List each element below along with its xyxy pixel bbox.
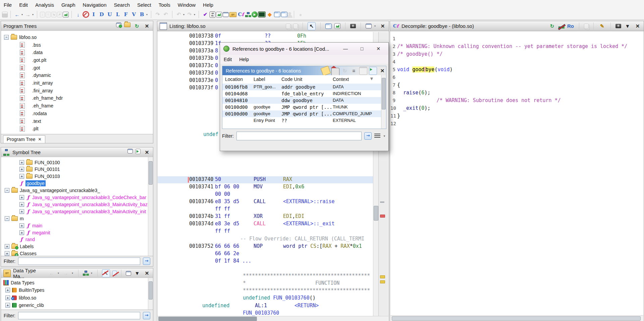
listing-field[interactable]: 50 <box>215 176 221 182</box>
listing-field[interactable]: 0 <box>215 70 218 76</box>
expander-icon[interactable]: + <box>19 195 24 200</box>
listing-row[interactable]: 00103746e8 35 d5CALL<EXTERNAL>::raise <box>158 198 373 205</box>
decompile-line[interactable]: 4 <box>390 58 643 65</box>
tree-item-section[interactable]: .got <box>1 64 148 71</box>
decompile-line[interactable]: 10 _exit(0); <box>390 104 643 112</box>
person-icon[interactable] <box>288 12 291 15</box>
reference-row[interactable]: 00100d00goodbyeJMP qword ptr [...THUNK <box>222 104 381 110</box>
reference-row[interactable]: 00106fb8PTR_goo...addr goodbyeDATA <box>222 84 381 90</box>
listing-row[interactable]: 001037380f??0Fh <box>158 33 373 40</box>
references-filter-input[interactable] <box>236 132 362 140</box>
listing-field[interactable]: * <box>243 280 246 286</box>
listing-field[interactable]: word ptr CS:[RAX + RAX*0x1 <box>283 243 362 249</box>
chevron-down-icon[interactable]: ▾ <box>194 13 195 16</box>
forward-arrow-icon[interactable]: → <box>24 11 32 18</box>
decompile-line[interactable]: 5void goodbye(void) <box>390 65 643 73</box>
symbol-tree-item[interactable]: +FUN_00100 <box>1 159 148 166</box>
menu-edit[interactable]: Edit <box>15 0 32 9</box>
expander-icon[interactable]: + <box>5 295 10 300</box>
org-tree-icon[interactable] <box>83 271 89 276</box>
close-icon[interactable]: ✕ <box>634 22 641 30</box>
close-icon[interactable]: ✕ <box>143 149 151 156</box>
expander-icon[interactable]: + <box>5 244 9 249</box>
listing-field[interactable]: 00103738 <box>189 33 213 39</box>
letter-I-icon[interactable]: I <box>90 11 97 18</box>
listing-field[interactable]: e8 35 d5 <box>215 198 239 204</box>
clear-code-icon[interactable] <box>83 11 89 18</box>
listing-field[interactable]: undefined <box>202 303 229 309</box>
listing-row[interactable]: ****************************************… <box>158 287 373 294</box>
listing-field[interactable]: NOP <box>254 243 263 249</box>
listing-field[interactable]: 31 ff <box>215 213 230 219</box>
pointer-filter-off-icon[interactable]: ↖ <box>102 269 110 277</box>
bookmark-nav-icon[interactable] <box>369 67 377 75</box>
expander-icon[interactable]: − <box>5 188 9 193</box>
tab-close-icon[interactable]: ✕ <box>38 137 42 142</box>
graph-diamond-icon[interactable]: ◆ <box>266 11 273 18</box>
listing-row[interactable]: undefinedAL:1<RETURN> <box>158 303 373 310</box>
import-file-icon[interactable]: ↘ <box>51 12 56 17</box>
dtm-scrollbar[interactable] <box>148 278 153 310</box>
listing-row[interactable]: 0010374b31 ffXOREDI,EDI <box>158 213 373 220</box>
decompile-line[interactable]: 9 /* WARNING: Subroutine does not return… <box>390 96 643 104</box>
references-table-header[interactable]: Location Label Code Unit Context ▼ <box>222 75 381 84</box>
tree-item-section[interactable]: .eh_frame_hdr <box>1 95 148 102</box>
chevron-down-icon[interactable]: ▾ <box>32 13 34 16</box>
letter-D-icon[interactable]: D <box>98 11 105 18</box>
dtm-filter-input[interactable] <box>18 312 140 319</box>
expander-icon[interactable]: − <box>5 216 9 221</box>
script-manager-icon[interactable] <box>223 12 229 17</box>
letter-L-icon[interactable]: L <box>114 11 121 18</box>
menu-lines-icon[interactable]: ≡ <box>350 67 358 75</box>
filter-options-icon[interactable]: → <box>143 258 150 265</box>
expander-icon[interactable]: + <box>5 303 10 308</box>
column-context[interactable]: Context <box>333 77 349 82</box>
listing-hscrollbar[interactable] <box>158 316 388 321</box>
decompile-content[interactable]: 12/* WARNING: Unknown calling convention… <box>390 32 643 315</box>
decompile-line[interactable]: 6 <box>390 73 643 81</box>
listing-display-icon[interactable] <box>366 24 372 29</box>
expander-icon[interactable]: + <box>19 209 24 214</box>
close-icon[interactable]: ✕ <box>372 44 385 53</box>
expander-icon[interactable]: + <box>19 230 24 235</box>
red-marker[interactable] <box>380 215 385 218</box>
letter-V-icon[interactable]: V <box>130 11 138 18</box>
symbol-tree-item[interactable]: ƒgoodbye <box>1 180 148 187</box>
tree-item-section[interactable]: .got.plt <box>1 56 148 63</box>
listing-field[interactable]: <RETURN> <box>294 303 319 309</box>
dropdown-icon[interactable]: ▼ <box>133 270 141 277</box>
filter-funnel-icon[interactable]: ▼ <box>369 76 374 81</box>
expander-icon[interactable]: + <box>19 167 24 172</box>
expander-icon[interactable]: + <box>5 251 9 256</box>
close-icon[interactable]: ✕ <box>379 67 386 75</box>
decompile-hscrollbar[interactable] <box>390 315 643 321</box>
cf-functions-icon[interactable]: Cf <box>237 11 245 18</box>
tree-item-section[interactable]: .init_array <box>1 80 148 87</box>
listing-field[interactable]: 66 66 66 <box>215 243 239 249</box>
listing-field[interactable]: 0 <box>215 55 218 61</box>
symbol-tree-scrollbar[interactable] <box>148 157 153 256</box>
chevron-down-icon[interactable]: ▾ <box>146 13 148 16</box>
filter-options-icon[interactable]: → <box>364 132 372 140</box>
redo-icon[interactable]: ↷ <box>186 11 193 18</box>
chevron-down-icon[interactable]: ▼ <box>383 135 386 138</box>
undo-icon[interactable]: ↶ <box>175 11 182 18</box>
minimize-icon[interactable]: — <box>339 44 352 53</box>
snapshot-camera-icon[interactable] <box>350 24 356 28</box>
expander-icon[interactable]: + <box>19 160 24 165</box>
listing-field[interactable]: EDI,0x6 <box>283 184 304 190</box>
listing-row[interactable]: 00 00 <box>158 191 373 198</box>
symbol-tree-item[interactable]: +ƒJava_sg_vantagepoint_uncrackable3_Main… <box>1 201 148 208</box>
chevron-down-icon[interactable]: ▾ <box>374 25 376 28</box>
close-icon[interactable]: ✕ <box>143 270 151 277</box>
menu-graph[interactable]: Graph <box>58 0 79 9</box>
letter-F-icon[interactable]: F <box>122 11 129 18</box>
symbol-tree-item[interactable]: ƒrand <box>1 236 148 243</box>
expander-icon[interactable]: + <box>19 174 24 179</box>
copy-icon[interactable] <box>286 24 290 29</box>
yellow-marker[interactable] <box>380 275 385 278</box>
listing-field[interactable]: FUNCTION <box>315 280 339 286</box>
symbol-tree-filter-input[interactable] <box>18 258 140 265</box>
listing-field[interactable]: 00103752 <box>189 243 213 249</box>
menu-file[interactable]: File <box>0 0 15 9</box>
